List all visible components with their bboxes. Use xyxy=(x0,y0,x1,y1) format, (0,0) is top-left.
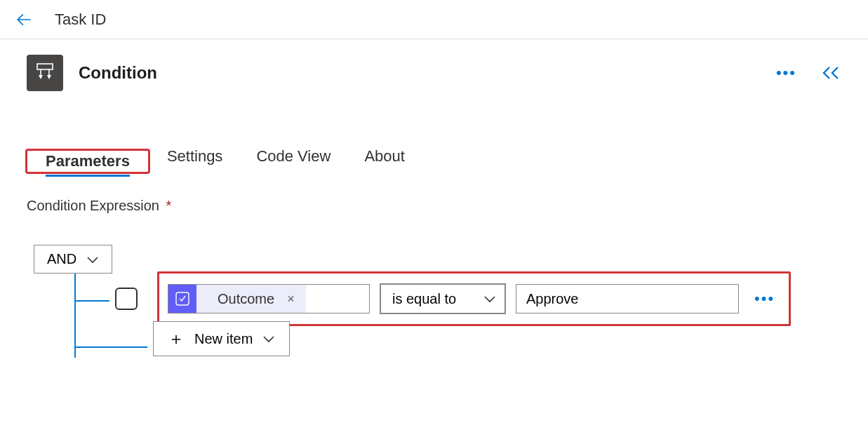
condition-card-icon xyxy=(27,55,63,91)
group-operator-dropdown[interactable]: AND xyxy=(34,245,112,274)
chevron-down-icon xyxy=(262,335,275,343)
right-operand-value: Approve xyxy=(526,291,579,307)
tab-about[interactable]: About xyxy=(347,142,422,174)
chevron-down-icon xyxy=(483,295,496,303)
left-operand-input[interactable]: Outcome × xyxy=(168,284,370,313)
arrow-left-icon xyxy=(15,11,33,29)
svg-rect-1 xyxy=(176,292,189,305)
plus-icon: ＋ xyxy=(168,328,185,350)
page-title: Task ID xyxy=(55,11,106,29)
tab-code-view[interactable]: Code View xyxy=(239,142,347,174)
condition-row: Outcome × is equal to Approve ••• xyxy=(34,274,868,324)
row-select-checkbox[interactable] xyxy=(115,288,138,310)
card-more-menu[interactable]: ••• xyxy=(772,64,801,82)
page-header: Task ID xyxy=(0,0,868,39)
token-remove-button[interactable]: × xyxy=(283,292,299,306)
svg-rect-0 xyxy=(37,64,53,69)
new-item-label: New item xyxy=(194,331,253,347)
tab-parameters-highlight: Parameters xyxy=(25,149,150,174)
condition-expression-label: Condition Expression xyxy=(27,198,159,213)
section-label: Condition Expression * xyxy=(27,198,868,214)
collapse-button[interactable] xyxy=(820,65,841,81)
right-operand-input[interactable]: Approve xyxy=(516,284,739,313)
new-item-button[interactable]: ＋ New item xyxy=(153,321,290,356)
back-button[interactable] xyxy=(14,10,34,29)
operator-label: is equal to xyxy=(392,291,456,307)
tab-settings[interactable]: Settings xyxy=(150,142,240,174)
row-more-menu[interactable]: ••• xyxy=(749,290,780,308)
condition-row-highlight: Outcome × is equal to Approve ••• xyxy=(157,271,791,326)
required-asterisk: * xyxy=(166,198,172,213)
chevron-down-icon xyxy=(86,255,99,264)
left-operand-token: Outcome × xyxy=(196,285,306,313)
card-actions: ••• xyxy=(772,64,841,82)
condition-tree: Outcome × is equal to Approve ••• ＋ New xyxy=(34,274,868,359)
operator-dropdown[interactable]: is equal to xyxy=(380,283,506,314)
tab-parameters[interactable]: Parameters xyxy=(29,147,147,178)
tree-connector-new xyxy=(74,346,147,348)
dynamic-content-icon xyxy=(168,285,196,313)
token-label: Outcome xyxy=(218,291,274,307)
card-title: Condition xyxy=(79,63,772,83)
group-operator-label: AND xyxy=(47,251,76,267)
condition-builder: AND Outcome × xyxy=(34,245,868,359)
condition-icon xyxy=(33,61,57,85)
card-header: Condition ••• xyxy=(0,39,868,91)
tabs: Parameters Settings Code View About xyxy=(25,142,868,174)
double-chevron-left-icon xyxy=(820,65,841,81)
